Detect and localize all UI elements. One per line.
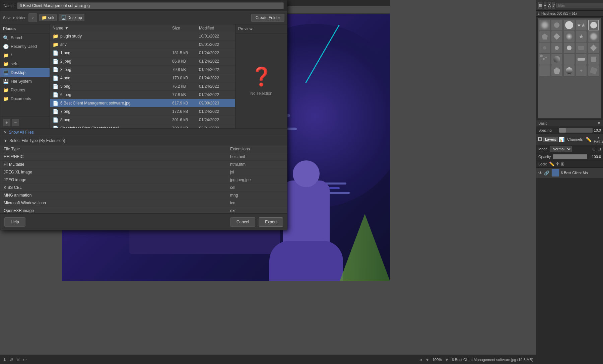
tab-channels[interactable]: Channels [565,137,585,142]
show-all-files-toggle[interactable]: ✕ Show All Files [0,129,287,136]
brush-item[interactable] [551,20,562,30]
create-folder-btn[interactable]: Create Folder [251,14,284,22]
places-item-pictures[interactable]: 📁 Pictures [0,86,50,94]
file-row[interactable]: 📄 7.png 172.6 kB 01/24/2022 [50,107,235,116]
file-row[interactable]: 📄 1.png 181.5 kB 01/24/2022 [50,49,235,57]
file-row-selected[interactable]: 📄 6 Best Client Management software.jpg … [50,99,235,107]
close-icon: ✕ [4,130,7,135]
brush-item[interactable] [539,31,550,42]
zoom-dropdown-icon[interactable]: ▼ [445,357,449,362]
brush-item[interactable] [588,65,599,76]
filetype-row[interactable]: JPEG image jpg,jpeg,jpe [0,176,287,184]
places-item-root[interactable]: 📁 / [0,51,50,60]
brush-item[interactable]: ★★ [576,20,587,30]
grid-icon[interactable]: ▦ [538,2,542,9]
file-row[interactable]: 📁 plugin study 10/01/2022 [50,32,235,41]
file-row[interactable]: 📄 5.png 76.2 kB 01/24/2022 [50,82,235,91]
brush-item[interactable] [539,54,550,65]
brush-item[interactable] [551,54,562,65]
brush-item[interactable] [588,43,599,53]
mode-select[interactable]: Normal [550,146,572,152]
list-icon[interactable]: ≡ [544,2,546,9]
brush-item[interactable] [564,43,575,53]
brush-item[interactable] [551,65,562,76]
filetype-row[interactable]: MNG animation mng [0,192,287,199]
filetype-ext: jxl [230,170,284,174]
brush-item[interactable] [588,54,599,65]
filetype-toggle[interactable]: ▼ Select File Type (By Extension) [0,136,287,145]
brush-item[interactable] [551,31,562,42]
places-item-documents[interactable]: 📁 Documents [0,94,50,103]
places-item-filesystem[interactable]: 💾 File System [0,77,50,86]
breadcrumb-sek[interactable]: 📁 sek [39,14,57,21]
filetype-row[interactable]: HEIF/HEIC heic,heif [0,153,287,161]
col-size-header[interactable]: Size [172,26,199,30]
filter-input[interactable] [556,3,603,8]
file-row[interactable]: 📄 3.jpeg 79.8 kB 01/24/2022 [50,66,235,74]
brush-item[interactable]: ★ [576,31,587,42]
nav-back-btn[interactable]: ‹ [28,13,37,22]
breadcrumb-desktop[interactable]: 🖥️ Desktop [59,14,84,21]
brush-item[interactable] [551,43,562,53]
cancel-btn[interactable]: Cancel [230,217,255,227]
file-row[interactable]: 📄 6.jpeg 77.8 kB 01/24/2022 [50,91,235,99]
refresh-icon[interactable]: ↺ [9,357,13,362]
reset-icon[interactable]: ↩ [23,357,27,362]
download-icon[interactable]: ⬇ [3,357,7,362]
filetype-row[interactable]: Microsoft Windows icon ico [0,199,287,207]
file-icon: 📄 [53,50,58,56]
lock-position-icon[interactable]: ✛ [556,161,559,166]
filetype-row[interactable]: HTML table html,htm [0,161,287,168]
spacing-slider[interactable] [559,128,593,133]
add-place-btn[interactable]: + [3,119,10,126]
zoom-unit-dropdown-icon[interactable]: ▼ [425,357,430,362]
file-modified: 09/08/2023 [199,101,232,105]
tab-paths[interactable]: 7 Paths [592,135,603,144]
brush-item[interactable] [588,31,599,42]
brush-item[interactable] [564,20,575,30]
mode-expand-btn[interactable]: ⊞ [592,147,596,151]
file-row[interactable]: 📄 4.png 170.0 kB 01/24/2022 [50,74,235,82]
filetype-row[interactable]: KISS CEL cel [0,184,287,192]
brush-item[interactable] [576,43,587,53]
brush-item[interactable] [564,65,575,76]
filetype-row[interactable]: JPEG XL image jxl [0,168,287,176]
brush-item[interactable] [539,20,550,30]
opacity-slider[interactable] [553,154,587,159]
brush-item[interactable] [539,43,550,53]
text-icon[interactable]: A [548,2,551,9]
filetype-row[interactable]: OpenEXR image exr [0,207,287,213]
brush-item[interactable] [539,65,550,76]
places-item-search[interactable]: 🔍 Search [0,33,50,42]
filename-input[interactable] [17,2,284,9]
remove-place-btn[interactable]: − [12,119,19,126]
layer-visibility-icon[interactable]: 👁 [538,170,543,175]
file-row[interactable]: 📁 snv 09/01/2022 [50,41,235,49]
places-item-recently-used[interactable]: 🕒 Recently Used [0,42,50,51]
col-modified-header[interactable]: Modified [199,26,232,30]
mode-more-btn[interactable]: ⊟ [598,147,601,151]
brush-item[interactable] [564,31,575,42]
filetype-ext: heic,heif [230,154,284,159]
export-btn[interactable]: Export [259,217,283,227]
lock-pixels-icon[interactable]: ✏️ [549,161,554,166]
filetype-table-header: File Type Extensions [0,145,287,153]
places-sek-label: sek [11,62,17,66]
layer-item[interactable]: 👁 🔗 6 Best Client Ma [536,168,603,178]
brush-item[interactable] [576,54,587,65]
file-row[interactable]: 📄 2.jpeg 86.9 kB 01/24/2022 [50,57,235,66]
brush-item-selected[interactable] [588,20,599,30]
help-icon[interactable]: ? [552,2,555,9]
places-item-sek[interactable]: 📁 sek [0,60,50,68]
brush-item[interactable] [564,54,575,65]
col-name-header[interactable]: Name ▼ [53,26,172,30]
lock-all-icon[interactable]: ⊞ [561,161,564,166]
help-btn[interactable]: Help [4,217,25,227]
tab-layers[interactable]: Layers [543,137,558,142]
close-icon[interactable]: ✕ [16,357,20,362]
file-row[interactable]: 📄 8.png 301.6 kB 01/24/2022 [50,116,235,124]
places-item-desktop[interactable]: 🖥️ Desktop [0,68,50,77]
brush-item[interactable]: ✦ [576,65,587,76]
dropdown-icon[interactable]: ▼ [597,121,601,126]
file-row[interactable]: 📄 Cheatsheet-Bias-Cheatsheet.pdf 700.2 k… [50,124,235,128]
